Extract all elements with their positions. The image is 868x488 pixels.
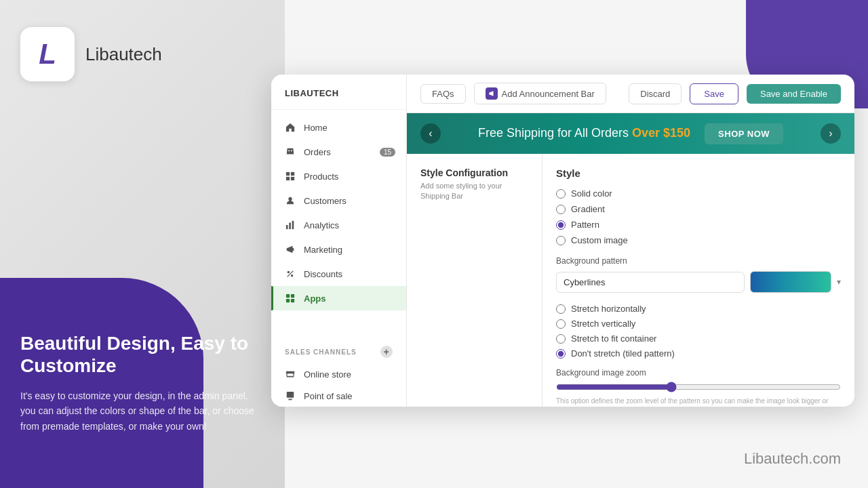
home-icon xyxy=(285,122,296,133)
svg-rect-11 xyxy=(286,294,290,298)
svg-point-8 xyxy=(288,271,290,274)
logo-letter-icon: L xyxy=(39,40,56,68)
sidebar-item-discounts[interactable]: Discounts xyxy=(271,262,406,286)
discounts-label: Discounts xyxy=(304,269,342,279)
svg-rect-15 xyxy=(287,392,294,398)
headline: Beautiful Design, Easy to Customize xyxy=(20,332,264,378)
preview-banner: ‹ Free Shipping for All Orders Over $150… xyxy=(407,113,854,154)
store-icon xyxy=(285,369,296,380)
style-config-left: Style Configuration Add some styling to … xyxy=(407,154,542,407)
svg-rect-6 xyxy=(289,223,291,230)
stretch-tile[interactable]: Don't stretch (tiled pattern) xyxy=(556,348,841,359)
active-bar xyxy=(271,286,273,310)
stretch-radio-group: Stretch horizontally Stretch vertically … xyxy=(556,304,841,359)
save-button[interactable]: Save xyxy=(690,83,738,104)
style-radio-custom[interactable] xyxy=(556,236,566,245)
style-label-pattern: Pattern xyxy=(571,220,599,230)
svg-rect-14 xyxy=(291,299,294,302)
stretch-radio-tile[interactable] xyxy=(556,349,566,359)
bg-pattern-label: Background pattern xyxy=(556,256,841,266)
svg-point-4 xyxy=(288,197,292,201)
svg-rect-3 xyxy=(291,177,294,180)
sidebar-item-products[interactable]: Products xyxy=(271,164,406,188)
banner-prev-button[interactable]: ‹ xyxy=(420,123,441,144)
zoom-hint: This option defines the zoom level of th… xyxy=(556,396,841,407)
style-option-custom[interactable]: Custom image xyxy=(556,235,841,245)
sidebar-item-apps[interactable]: Apps xyxy=(271,286,406,310)
apps-label: Apps xyxy=(304,293,326,304)
style-radio-group: Solid color Gradient Pattern xyxy=(556,188,841,245)
sidebar-item-customers[interactable]: Customers xyxy=(271,188,406,213)
banner-text-before: Free Shipping for All Orders xyxy=(478,126,629,140)
main-content: FAQs Add Announcement Bar Discard Save S… xyxy=(407,75,854,407)
color-swatch[interactable] xyxy=(750,271,831,293)
banner-next-button[interactable]: › xyxy=(821,123,841,144)
sidebar-item-marketing[interactable]: Marketing xyxy=(271,237,406,262)
style-option-pattern[interactable]: Pattern xyxy=(556,220,841,230)
logo-area: L Libautech xyxy=(20,27,162,81)
style-option-solid[interactable]: Solid color xyxy=(556,188,841,199)
body-text: It's easy to customize your design, in t… xyxy=(20,388,264,434)
style-label-solid: Solid color xyxy=(571,188,612,199)
sales-channels-section: SALES CHANNELS + xyxy=(271,338,406,363)
marketing-label: Marketing xyxy=(304,245,342,255)
style-option-gradient[interactable]: Gradient xyxy=(556,204,841,214)
style-config-right: Style Solid color Gradient xyxy=(542,154,854,407)
orders-label: Orders xyxy=(304,147,331,157)
products-label: Products xyxy=(304,171,338,182)
left-panel-text: Beautiful Design, Easy to Customize It's… xyxy=(20,332,264,434)
analytics-icon xyxy=(285,220,296,230)
add-announcement-tab[interactable]: Add Announcement Bar xyxy=(474,83,606,104)
style-section-title: Style xyxy=(556,167,841,179)
config-panel: Style Configuration Add some styling to … xyxy=(407,154,854,407)
faqs-tab[interactable]: FAQs xyxy=(420,84,466,104)
svg-point-9 xyxy=(291,274,294,277)
svg-rect-13 xyxy=(286,299,290,302)
stretch-fit[interactable]: Stretch to fit container xyxy=(556,333,841,344)
svg-rect-2 xyxy=(286,177,290,180)
bg-pattern-row: ▾ xyxy=(556,271,841,293)
discard-button[interactable]: Discard xyxy=(629,83,682,104)
sidebar-item-point-of-sale[interactable]: Point of sale xyxy=(271,385,406,407)
add-channel-button[interactable]: + xyxy=(380,346,393,358)
style-label-gradient: Gradient xyxy=(571,204,605,214)
pattern-input[interactable] xyxy=(556,272,745,293)
app-window: LIBAUTECH Home Orders 15 xyxy=(271,75,854,407)
sidebar-item-analytics[interactable]: Analytics xyxy=(271,213,406,237)
style-radio-pattern[interactable] xyxy=(556,220,566,230)
svg-rect-5 xyxy=(286,225,288,229)
sidebar-brand: LIBAUTECH xyxy=(271,75,406,110)
tab-icon xyxy=(486,87,498,100)
online-store-label: Online store xyxy=(304,369,351,380)
svg-rect-0 xyxy=(286,172,290,176)
save-enable-button[interactable]: Save and Enable xyxy=(747,84,841,104)
shop-now-button[interactable]: SHOP NOW xyxy=(705,123,783,144)
stretch-label-h: Stretch horizontally xyxy=(571,304,646,314)
stretch-radio-h[interactable] xyxy=(556,304,566,314)
dropdown-arrow-icon: ▾ xyxy=(837,277,841,287)
style-label-custom: Custom image xyxy=(571,235,628,245)
stretch-h[interactable]: Stretch horizontally xyxy=(556,304,841,314)
sidebar-item-home[interactable]: Home xyxy=(271,115,406,140)
stretch-radio-v[interactable] xyxy=(556,319,566,329)
orders-icon xyxy=(285,146,296,157)
customers-icon xyxy=(285,195,296,206)
stretch-label-tile: Don't stretch (tiled pattern) xyxy=(571,348,675,359)
svg-rect-1 xyxy=(291,172,294,176)
home-label: Home xyxy=(304,123,328,133)
sales-channels-label: SALES CHANNELS xyxy=(285,348,357,356)
bottom-right-url: Libautech.com xyxy=(744,450,841,468)
sidebar-item-online-store[interactable]: Online store xyxy=(271,363,406,385)
analytics-label: Analytics xyxy=(304,220,339,230)
style-config-title: Style Configuration xyxy=(420,167,528,178)
stretch-v[interactable]: Stretch vertically xyxy=(556,319,841,329)
add-announcement-label: Add Announcement Bar xyxy=(502,89,595,99)
marketing-icon xyxy=(285,244,296,255)
zoom-slider[interactable] xyxy=(556,382,841,392)
stretch-radio-fit[interactable] xyxy=(556,334,566,344)
style-radio-gradient[interactable] xyxy=(556,205,566,214)
sidebar-item-orders[interactable]: Orders 15 xyxy=(271,140,406,164)
style-radio-solid[interactable] xyxy=(556,189,566,199)
stretch-label-v: Stretch vertically xyxy=(571,319,635,329)
top-bar: FAQs Add Announcement Bar Discard Save S… xyxy=(407,75,854,113)
